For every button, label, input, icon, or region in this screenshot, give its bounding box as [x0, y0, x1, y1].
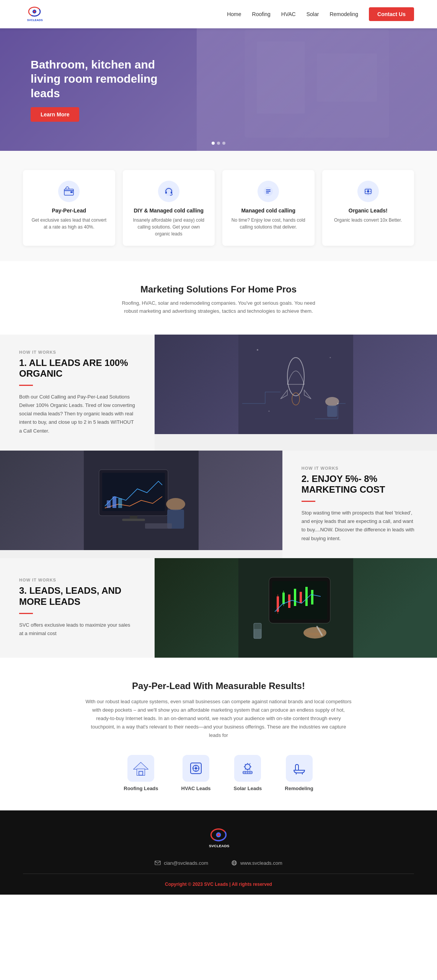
svg-rect-59: [254, 629, 261, 639]
nav-home[interactable]: Home: [227, 11, 241, 17]
logo-icon: SVCLEADS: [23, 5, 46, 24]
footer-divider: [23, 874, 414, 874]
svg-rect-43: [145, 523, 172, 529]
industry-remodeling: Remodeling: [285, 755, 313, 791]
svg-rect-53: [300, 592, 302, 603]
hero-bg-decor: [197, 28, 437, 151]
feature-card-0: Pay-Per-Lead Get exclusive sales lead th…: [23, 170, 115, 246]
svg-rect-39: [130, 516, 137, 519]
footer-logo: SVCLEADS: [23, 826, 414, 852]
features-section: Pay-Per-Lead Get exclusive sales lead th…: [0, 151, 437, 261]
svg-rect-63: [137, 769, 145, 775]
footer-email: cian@svcleads.com: [164, 860, 208, 866]
how-image-1: [155, 335, 437, 434]
svg-rect-74: [294, 770, 305, 771]
svg-rect-52: [294, 589, 296, 606]
industry-hvac-label: HVAC Leads: [181, 786, 211, 791]
svg-rect-16: [171, 191, 172, 194]
industry-remodel-label: Remodeling: [285, 786, 313, 791]
how-title-3: 3. LEADS, LEADS, AND MORE LEADS: [19, 585, 135, 608]
industry-solar: Solar Leads: [234, 755, 262, 791]
svg-rect-13: [64, 190, 73, 191]
how-divider-1: [19, 385, 33, 386]
how-content-2: HOW IT WORKS 2. ENJOY 5%- 8% MARKETING C…: [282, 451, 437, 558]
svg-text:SVCLEADS: SVCLEADS: [27, 18, 43, 22]
svg-rect-82: [155, 861, 160, 865]
svg-point-28: [330, 357, 331, 358]
footer: SVCLEADS cian@svcleads.com www.svcleads.…: [0, 810, 437, 895]
nav-remodeling[interactable]: Remodeling: [329, 11, 358, 17]
hvac-icon: [183, 755, 209, 782]
globe-icon: [231, 860, 237, 866]
how-text-1: Both our Cold Calling and Pay-Per-Lead S…: [19, 393, 135, 435]
marketing-desc: Roofing, HVAC, solar and redemodeling co…: [119, 299, 318, 315]
how-divider-2: [302, 501, 315, 502]
feature-desc-2: No time? Enjoy low cost, hands cold call…: [230, 217, 307, 230]
industries-grid: Roofing Leads HVAC Leads: [31, 755, 406, 791]
svg-rect-38: [118, 498, 122, 508]
trading-illustration: [238, 558, 353, 658]
footer-contact: cian@svcleads.com www.svcleads.com: [23, 860, 414, 866]
svg-rect-19: [266, 191, 271, 192]
hero-dots: [212, 142, 225, 145]
solar-icon: [234, 755, 261, 782]
how-title-1: 1. ALL LEADS ARE 100% ORGANIC: [19, 358, 135, 380]
nav-solar[interactable]: Solar: [307, 11, 319, 17]
how-label-3: HOW IT WORKS: [19, 578, 135, 582]
how-image-3: [155, 558, 437, 658]
svg-point-3: [34, 11, 36, 13]
svg-rect-36: [107, 500, 111, 508]
contact-us-button[interactable]: Contact Us: [369, 7, 414, 21]
svg-rect-15: [165, 191, 167, 194]
feature-title-0: Pay-Per-Lead: [31, 207, 108, 214]
feature-desc-3: Organic leads convert 10x Better.: [330, 217, 407, 224]
ppl-desc: With our robust lead capture systems, ev…: [85, 697, 352, 740]
how-text-2: Stop wasting time with prospects that fe…: [302, 509, 418, 542]
svg-point-29: [269, 410, 270, 412]
feature-title-3: Organic Leads!: [330, 207, 407, 214]
feature-card-2: Managed cold calling No time? Enjoy low …: [222, 170, 315, 246]
svg-rect-32: [327, 405, 337, 417]
footer-logo-icon: SVCLEADS: [203, 826, 234, 851]
hero-dot-3[interactable]: [222, 142, 225, 145]
footer-copyright: Copyright © 2023 SVC Leads | All rights …: [23, 882, 414, 887]
svg-point-27: [257, 349, 258, 351]
hero-dot-2[interactable]: [217, 142, 220, 145]
footer-website-item: www.svcleads.com: [231, 860, 282, 866]
how-image-2: [0, 451, 282, 550]
svg-rect-35: [102, 473, 165, 511]
nav-roofing[interactable]: Roofing: [252, 11, 271, 17]
feature-desc-0: Get exclusive sales lead that convert at…: [31, 217, 108, 230]
how-row-1: HOW IT WORKS 1. ALL LEADS ARE 100% ORGAN…: [0, 335, 437, 451]
feature-card-1: DIY & Managed cold calling Insanely affo…: [123, 170, 215, 246]
svg-rect-40: [122, 519, 145, 521]
svg-point-67: [195, 767, 197, 769]
svg-rect-37: [113, 497, 116, 508]
how-content-1: HOW IT WORKS 1. ALL LEADS ARE 100% ORGAN…: [0, 335, 155, 451]
hero-section: Bathroom, kitchen and living room remode…: [0, 28, 437, 151]
how-label-1: HOW IT WORKS: [19, 350, 135, 354]
list-icon: [258, 181, 279, 202]
footer-email-item: cian@svcleads.com: [155, 860, 208, 866]
footer-website: www.svcleads.com: [240, 860, 282, 866]
svg-rect-54: [305, 587, 308, 606]
svg-marker-61: [134, 763, 148, 769]
nav-hvac[interactable]: HVAC: [281, 11, 296, 17]
how-content-3: HOW IT WORKS 3. LEADS, LEADS, AND MORE L…: [0, 558, 155, 658]
svg-point-23: [367, 190, 369, 193]
hero-title: Bathroom, kitchen and living room remode…: [31, 57, 168, 101]
svg-rect-9: [317, 54, 377, 102]
svg-rect-20: [266, 193, 269, 193]
feature-title-2: Managed cold calling: [230, 207, 307, 214]
hero-dot-1[interactable]: [212, 142, 215, 145]
analytics-illustration: [84, 451, 199, 550]
how-divider-3: [19, 613, 33, 614]
feature-title-1: DIY & Managed cold calling: [130, 207, 207, 214]
how-row-3: HOW IT WORKS 3. LEADS, LEADS, AND MORE L…: [0, 558, 437, 658]
svg-text:SVCLEADS: SVCLEADS: [209, 844, 230, 848]
svg-rect-8: [257, 41, 305, 113]
wallet-icon: [58, 181, 80, 202]
feature-card-3: Organic Leads! Organic leads convert 10x…: [322, 170, 414, 246]
headset-icon: [158, 181, 179, 202]
learn-more-button[interactable]: Learn More: [31, 107, 79, 122]
